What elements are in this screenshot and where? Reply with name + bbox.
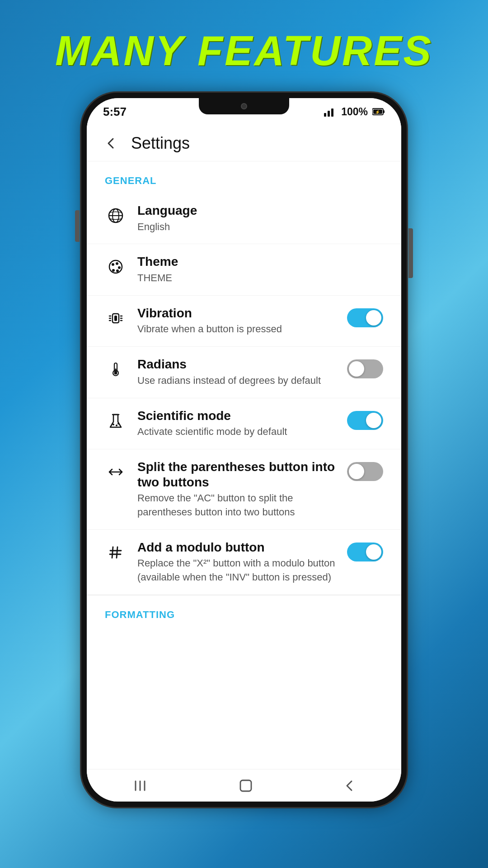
scientific-toggle-thumb	[366, 413, 381, 428]
svg-point-11	[112, 263, 114, 266]
modulo-toggle-thumb	[366, 544, 381, 560]
setting-item-modulo[interactable]: Add a modulo button Replace the "X²" but…	[87, 530, 401, 595]
svg-point-14	[116, 269, 119, 272]
svg-point-27	[114, 372, 117, 375]
split-parens-toggle[interactable]	[347, 462, 383, 481]
modulo-title: Add a modulo button	[137, 540, 336, 555]
scientific-title: Scientific mode	[137, 408, 336, 424]
status-time: 5:57	[103, 105, 127, 119]
theme-subtitle: THEME	[137, 271, 383, 285]
radians-subtitle: Use radians instead of degrees by defaul…	[137, 374, 336, 388]
palette-icon	[105, 256, 127, 278]
vibration-icon	[105, 307, 127, 329]
modulo-toggle-action	[347, 540, 383, 561]
status-bar: 5:57 100%	[87, 98, 401, 125]
vibration-text: Vibration Vibrate when a button is press…	[137, 306, 336, 336]
thermometer-icon	[105, 359, 127, 380]
back-button[interactable]	[100, 132, 122, 154]
phone-screen: 5:57 100%	[87, 98, 401, 802]
page-wrapper: MANY FEATURES 5:57 100%	[0, 0, 488, 868]
vibration-toggle-action	[347, 306, 383, 327]
vibration-toggle[interactable]	[347, 308, 383, 327]
phone-frame: 5:57 100%	[81, 93, 407, 807]
split-parens-title: Split the parentheses button into two bu…	[137, 459, 336, 490]
svg-point-15	[112, 269, 115, 272]
battery-text: 100%	[341, 106, 368, 118]
svg-rect-4	[383, 110, 385, 113]
settings-content: GENERAL Language Englis	[87, 161, 401, 769]
notch	[199, 98, 289, 114]
setting-item-split-parens[interactable]: Split the parentheses button into two bu…	[87, 449, 401, 530]
screen-title: Settings	[131, 134, 190, 153]
split-parens-toggle-thumb	[349, 464, 364, 479]
split-parens-toggle-action	[347, 459, 383, 481]
nav-back-button[interactable]	[330, 775, 370, 797]
svg-rect-23	[114, 316, 117, 321]
svg-rect-40	[240, 780, 251, 791]
setting-item-theme[interactable]: Theme THEME	[87, 244, 401, 295]
svg-rect-0	[324, 113, 326, 117]
nav-recent-button[interactable]	[118, 774, 162, 797]
svg-rect-2	[331, 108, 333, 117]
split-parens-subtitle: Remove the "AC" button to split the pare…	[137, 491, 336, 519]
theme-title: Theme	[137, 254, 383, 269]
setting-item-scientific[interactable]: Scientific mode Activate scientific mode…	[87, 398, 401, 449]
radians-text: Radians Use radians instead of degrees b…	[137, 357, 336, 387]
language-text: Language English	[137, 203, 383, 234]
general-section-header: GENERAL	[87, 161, 401, 193]
app-bar: Settings	[87, 125, 401, 161]
radians-toggle-thumb	[349, 361, 364, 377]
setting-item-language[interactable]: Language English	[87, 193, 401, 244]
arrows-icon	[105, 461, 127, 483]
svg-text:⚡: ⚡	[375, 109, 380, 115]
globe-icon	[105, 205, 127, 226]
theme-text: Theme THEME	[137, 254, 383, 285]
vibration-title: Vibration	[137, 306, 336, 321]
svg-point-13	[118, 266, 121, 269]
status-right: 100% ⚡	[324, 106, 385, 118]
radians-title: Radians	[137, 357, 336, 372]
svg-line-33	[112, 547, 113, 558]
nav-home-button[interactable]	[225, 774, 267, 798]
battery-icon: ⚡	[372, 108, 385, 116]
scientific-toggle-action	[347, 408, 383, 430]
split-parens-text: Split the parentheses button into two bu…	[137, 459, 336, 519]
setting-item-vibration[interactable]: Vibration Vibrate when a button is press…	[87, 296, 401, 347]
modulo-subtitle: Replace the "X²" button with a modulo bu…	[137, 557, 336, 585]
modulo-text: Add a modulo button Replace the "X²" but…	[137, 540, 336, 585]
language-subtitle: English	[137, 220, 383, 234]
vibration-toggle-thumb	[366, 310, 381, 326]
svg-point-31	[117, 423, 119, 425]
scientific-subtitle: Activate scientific mode by default	[137, 425, 336, 439]
nav-bar	[87, 769, 401, 802]
svg-point-12	[116, 262, 118, 265]
svg-rect-1	[328, 111, 330, 117]
svg-line-34	[117, 547, 117, 558]
radians-toggle-action	[347, 357, 383, 378]
svg-point-29	[113, 424, 114, 425]
signal-icon	[324, 107, 337, 117]
hash-icon	[105, 542, 127, 563]
page-header: MANY FEATURES	[55, 27, 433, 75]
formatting-section-header: FORMATTING	[87, 595, 401, 627]
language-title: Language	[137, 203, 383, 218]
modulo-toggle[interactable]	[347, 542, 383, 561]
radians-toggle[interactable]	[347, 359, 383, 378]
scientific-text: Scientific mode Activate scientific mode…	[137, 408, 336, 439]
svg-point-30	[116, 425, 117, 426]
flask-icon	[105, 410, 127, 432]
notch-camera	[241, 103, 247, 109]
setting-item-radians[interactable]: Radians Use radians instead of degrees b…	[87, 347, 401, 398]
vibration-subtitle: Vibrate when a button is pressed	[137, 322, 336, 336]
scientific-toggle[interactable]	[347, 411, 383, 430]
